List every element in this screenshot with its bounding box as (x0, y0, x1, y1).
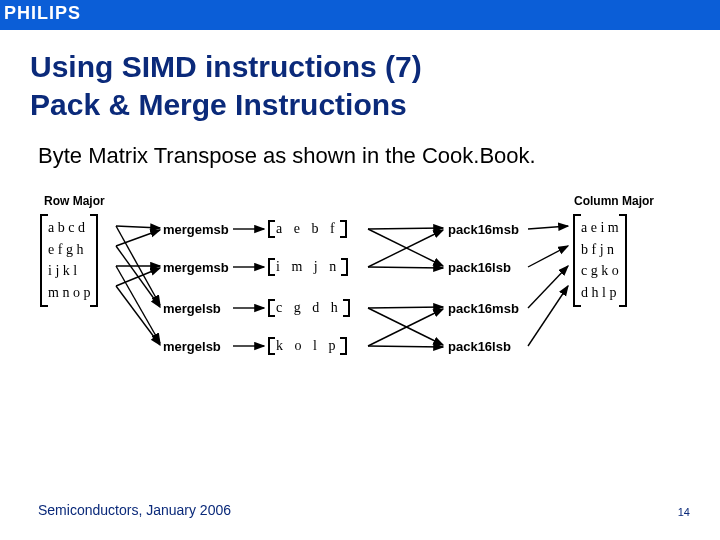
svg-line-4 (116, 226, 160, 305)
mid-vec-0-text: a e b f (276, 221, 339, 236)
mid-vec-2: c g d h (268, 299, 350, 317)
mid-vec-0: a e b f (268, 220, 347, 238)
svg-line-7 (116, 286, 160, 345)
svg-line-1 (116, 230, 160, 246)
svg-line-13 (368, 229, 443, 266)
svg-line-16 (368, 307, 443, 308)
transpose-diagram: Row Major Column Major a b c d e f g h i… (38, 194, 682, 384)
mid-vec-1-text: i m j n (276, 259, 340, 274)
svg-line-22 (528, 266, 568, 308)
page-number: 14 (678, 506, 690, 518)
svg-line-15 (368, 267, 443, 268)
mid-vec-3-text: k o l p (276, 338, 339, 353)
mid-vec-3: k o l p (268, 337, 347, 355)
svg-line-6 (116, 266, 160, 343)
input-matrix: a b c d e f g h i j k l m n o p (40, 214, 98, 307)
title-line-2: Pack & Merge Instructions (30, 88, 407, 121)
output-matrix: a e i m b f j n c g k o d h l p (573, 214, 627, 307)
merge-op-2: mergelsb (163, 301, 221, 316)
svg-line-5 (116, 246, 160, 307)
input-row-2: i j k l (48, 260, 90, 282)
column-major-label: Column Major (574, 194, 654, 208)
output-row-0: a e i m (581, 217, 619, 239)
svg-line-19 (368, 346, 443, 347)
svg-line-3 (116, 268, 160, 286)
input-row-1: e f g h (48, 239, 90, 261)
input-row-3: m n o p (48, 282, 90, 304)
footer-text: Semiconductors, January 2006 (38, 502, 231, 518)
pack-op-0: pack16msb (448, 222, 519, 237)
svg-line-20 (528, 226, 568, 229)
output-row-2: c g k o (581, 260, 619, 282)
philips-logo: PHILIPS (4, 3, 81, 24)
svg-line-17 (368, 308, 443, 345)
svg-line-23 (528, 286, 568, 346)
svg-line-21 (528, 246, 568, 267)
merge-op-1: mergemsb (163, 260, 229, 275)
svg-line-12 (368, 228, 443, 229)
mid-vec-2-text: c g d h (276, 300, 342, 315)
svg-line-14 (368, 230, 443, 267)
svg-line-0 (116, 226, 160, 228)
merge-op-0: mergemsb (163, 222, 229, 237)
pack-op-2: pack16msb (448, 301, 519, 316)
pack-op-1: pack16lsb (448, 260, 511, 275)
slide-title: Using SIMD instructions (7) Pack & Merge… (30, 48, 720, 123)
row-major-label: Row Major (44, 194, 105, 208)
output-row-1: b f j n (581, 239, 619, 261)
body-text: Byte Matrix Transpose as shown in the Co… (38, 143, 720, 169)
merge-op-3: mergelsb (163, 339, 221, 354)
output-row-3: d h l p (581, 282, 619, 304)
mid-vec-1: i m j n (268, 258, 348, 276)
header-bar: PHILIPS (0, 0, 720, 30)
title-line-1: Using SIMD instructions (7) (30, 50, 422, 83)
input-row-0: a b c d (48, 217, 90, 239)
svg-line-18 (368, 309, 443, 346)
pack-op-3: pack16lsb (448, 339, 511, 354)
